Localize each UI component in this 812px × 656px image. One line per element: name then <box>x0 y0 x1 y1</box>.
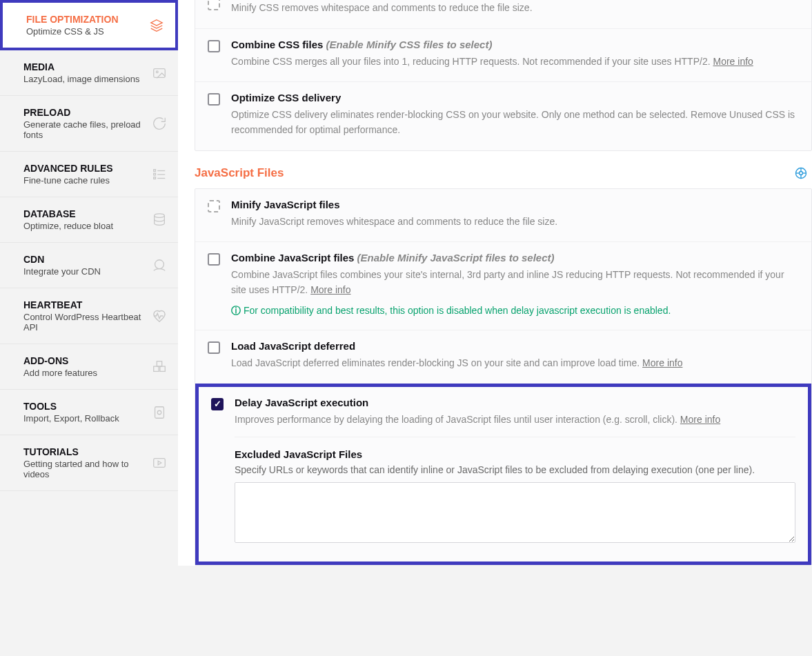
svg-point-8 <box>155 213 165 217</box>
setting-optimize-css-delivery: Optimize CSS delivery Optimize CSS deliv… <box>195 81 811 150</box>
svg-point-9 <box>155 259 164 268</box>
setting-title-text: Combine CSS files <box>231 39 323 50</box>
nav-title: FILE OPTIMIZATION <box>26 14 148 25</box>
list-icon <box>152 167 167 182</box>
setting-title: Delay JavaScript execution <box>235 397 795 408</box>
setting-description: Minify CSS removes whitespace and commen… <box>231 1 799 16</box>
nav-title: DATABASE <box>23 208 150 219</box>
more-info-link[interactable]: More info <box>713 56 753 67</box>
setting-title: Combine CSS files (Enable Minify CSS fil… <box>231 39 799 50</box>
image-icon <box>152 66 167 81</box>
setting-description: Combine JavaScript files combines your s… <box>231 268 799 297</box>
more-info-link[interactable]: More info <box>642 357 682 368</box>
checkbox-combine-js[interactable] <box>208 253 220 266</box>
svg-rect-6 <box>154 173 156 175</box>
nav-preload[interactable]: PRELOAD Generate cache files, preload fo… <box>0 96 178 152</box>
nav-cdn[interactable]: CDN Integrate your CDN <box>0 243 178 288</box>
nav-advanced-rules[interactable]: ADVANCED RULES Fine-tune cache rules <box>0 152 178 197</box>
setting-note: (Enable Minify JavaScript files to selec… <box>357 252 555 264</box>
setting-description: Optimize CSS delivery eliminates render-… <box>231 108 799 137</box>
setting-title: Combine JavaScript files (Enable Minify … <box>231 252 799 264</box>
more-info-link[interactable]: More info <box>310 284 350 295</box>
info-note: For compatibility and best results, this… <box>231 305 799 317</box>
refresh-icon <box>152 116 167 131</box>
nav-subtitle: Optimize, reduce bloat <box>23 221 150 231</box>
checkbox-combine-css[interactable] <box>208 40 220 52</box>
layers-icon <box>149 18 164 33</box>
svg-rect-11 <box>160 366 165 371</box>
nav-subtitle: Control WordPress Heartbeat API <box>23 312 150 332</box>
nav-file-optimization[interactable]: FILE OPTIMIZATION Optimize CSS & JS <box>0 0 178 50</box>
svg-point-1 <box>156 70 158 72</box>
nav-tools[interactable]: TOOLS Import, Export, Rollback <box>0 390 178 435</box>
checkbox-defer-js[interactable] <box>208 341 220 354</box>
nav-subtitle: Import, Export, Rollback <box>23 413 150 424</box>
nav-title: ADD-ONS <box>23 355 150 366</box>
nav-subtitle: Add more features <box>23 368 150 378</box>
nav-database[interactable]: DATABASE Optimize, reduce bloat <box>0 197 178 243</box>
nav-tutorials[interactable]: TUTORIALS Getting started and how to vid… <box>0 435 178 491</box>
setting-delay-js: Delay JavaScript execution Improves perf… <box>199 387 808 558</box>
nav-media[interactable]: MEDIA LazyLoad, image dimensions <box>0 50 178 96</box>
help-icon[interactable] <box>794 166 808 180</box>
gear-file-icon <box>152 405 167 420</box>
svg-rect-12 <box>157 361 161 366</box>
checkbox-delay-js[interactable] <box>211 398 224 410</box>
setting-title: Load JavaScript deferred <box>231 340 799 352</box>
svg-rect-15 <box>154 459 166 468</box>
more-info-link[interactable]: More info <box>680 414 720 425</box>
setting-description: Load JavaScript deferred eliminates rend… <box>231 356 799 371</box>
setting-title-text: Combine JavaScript files <box>231 252 354 264</box>
excluded-js-textarea[interactable] <box>235 482 795 543</box>
setting-description: Improves performance by delaying the loa… <box>235 413 795 428</box>
setting-note: (Enable Minify CSS files to select) <box>326 39 493 50</box>
svg-point-17 <box>800 171 803 175</box>
svg-rect-5 <box>154 169 156 171</box>
checkbox-optimize-css-delivery[interactable] <box>208 93 220 106</box>
setting-minify-js: Minify JavaScript files Minify JavaScrip… <box>195 189 811 242</box>
section-title: JavaScript Files <box>195 166 284 180</box>
globe-icon <box>152 258 167 273</box>
play-icon <box>152 455 167 470</box>
nav-title: ADVANCED RULES <box>23 163 150 174</box>
nav-subtitle: Optimize CSS & JS <box>26 26 148 37</box>
settings-sidebar: FILE OPTIMIZATION Optimize CSS & JS MEDI… <box>0 0 178 566</box>
checkbox-minify-css[interactable] <box>208 0 220 10</box>
svg-rect-7 <box>154 177 156 179</box>
setting-minify-css: Minify CSS removes whitespace and commen… <box>195 0 811 28</box>
setting-description: Minify JavaScript removes whitespace and… <box>231 215 799 230</box>
setting-combine-css: Combine CSS files (Enable Minify CSS fil… <box>195 28 811 82</box>
svg-rect-13 <box>155 406 164 418</box>
nav-subtitle: Generate cache files, preload fonts <box>23 119 150 140</box>
checkbox-minify-js[interactable] <box>208 200 220 212</box>
svg-rect-10 <box>154 366 159 371</box>
nav-title: PRELOAD <box>23 107 150 118</box>
nav-subtitle: Getting started and how to videos <box>23 459 150 479</box>
nav-subtitle: Integrate your CDN <box>23 266 150 277</box>
excluded-js-block: Excluded JavaScript Files Specify URLs o… <box>235 437 795 545</box>
database-icon <box>152 212 167 228</box>
css-panel: Minify CSS removes whitespace and commen… <box>195 0 812 151</box>
setting-title: Minify JavaScript files <box>231 199 799 210</box>
svg-point-14 <box>157 410 161 415</box>
excluded-title: Excluded JavaScript Files <box>235 448 795 460</box>
setting-description: Combine CSS merges all your files into 1… <box>231 54 799 70</box>
nav-title: TUTORIALS <box>23 446 150 457</box>
excluded-description: Specify URLs or keywords that can identi… <box>235 464 795 475</box>
setting-title: Optimize CSS delivery <box>231 92 799 103</box>
nav-addons[interactable]: ADD-ONS Add more features <box>0 344 178 390</box>
setting-defer-js: Load JavaScript deferred Load JavaScript… <box>195 330 811 384</box>
nav-title: MEDIA <box>23 61 150 72</box>
boxes-icon <box>152 359 167 375</box>
nav-subtitle: LazyLoad, image dimensions <box>23 74 150 84</box>
main-content: Minify CSS removes whitespace and commen… <box>178 0 812 566</box>
nav-title: TOOLS <box>23 401 150 412</box>
nav-subtitle: Fine-tune cache rules <box>23 175 150 186</box>
nav-heartbeat[interactable]: HEARTBEAT Control WordPress Heartbeat AP… <box>0 288 178 344</box>
nav-title: CDN <box>23 254 150 265</box>
highlight-delay-js: Delay JavaScript execution Improves perf… <box>195 384 811 566</box>
heartbeat-icon <box>152 308 167 324</box>
setting-combine-js: Combine JavaScript files (Enable Minify … <box>195 241 811 329</box>
nav-title: HEARTBEAT <box>23 299 150 310</box>
section-header-js: JavaScript Files <box>195 151 812 188</box>
